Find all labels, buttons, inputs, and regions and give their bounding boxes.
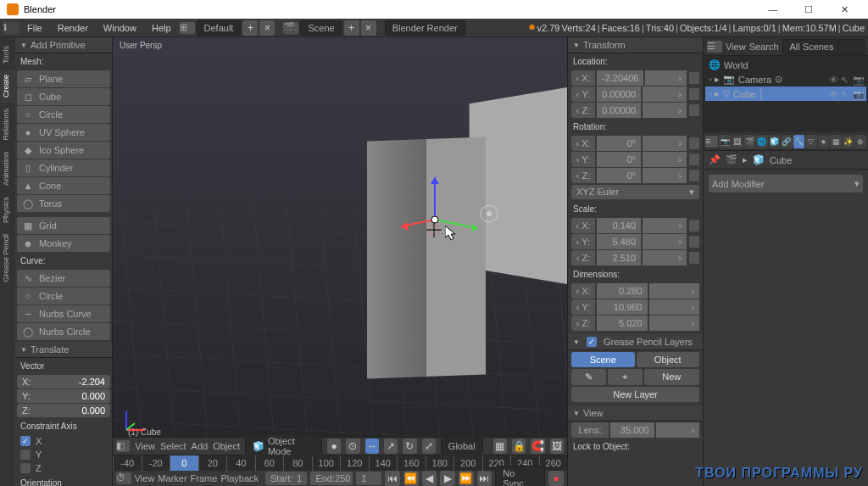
tl-menu-marker[interactable]: Marker — [158, 473, 186, 483]
gp-newlayer-button[interactable]: New Layer — [571, 387, 699, 402]
outliner-cube[interactable]: ◦ ▸▽Cube│👁↖📷 — [705, 87, 866, 101]
tab-grease-pencil[interactable]: Grease Pencil — [0, 229, 15, 288]
primitive-circle[interactable]: ○Circle — [17, 106, 110, 123]
tl-menu-frame[interactable]: Frame — [191, 473, 218, 483]
primitive-torus[interactable]: ◯Torus — [17, 195, 110, 212]
info-editor-icon[interactable]: ℹ — [3, 22, 19, 34]
curve-nurbs[interactable]: ∼Nurbs Curve — [17, 305, 110, 322]
menu-file[interactable]: File — [20, 21, 49, 35]
primitive-monkey[interactable]: ☻Monkey — [17, 235, 110, 252]
tab-particles-icon[interactable]: ✨ — [843, 135, 854, 148]
tab-modifiers-icon[interactable]: 🔧 — [793, 135, 805, 148]
layout-add-button[interactable]: + — [242, 20, 258, 36]
tab-data-icon[interactable]: ▽ — [805, 135, 817, 148]
lock-icon[interactable] — [689, 236, 699, 248]
manipulator-scale-icon[interactable]: ⤢ — [422, 439, 436, 454]
translate-z[interactable]: Z:0.000 — [17, 404, 110, 417]
tl-menu-playback[interactable]: Playback — [220, 473, 259, 483]
jump-end-icon[interactable]: ⏭ — [477, 471, 492, 486]
scene-remove-button[interactable]: × — [361, 20, 376, 36]
snap-icon[interactable]: 🧲 — [531, 439, 544, 454]
play-reverse-icon[interactable]: ◀ — [422, 471, 437, 486]
outliner-world[interactable]: 🌐World — [705, 58, 866, 72]
keyframe-prev-icon[interactable]: ⏪ — [403, 471, 419, 486]
cursor-icon[interactable]: ↖ — [841, 89, 851, 99]
tab-object-icon[interactable]: 🧊 — [769, 135, 781, 148]
keyframe-next-icon[interactable]: ⏩ — [459, 471, 474, 486]
layers-button[interactable]: ▦ — [493, 439, 507, 454]
lock-camera-icon[interactable]: 🔒 — [512, 439, 526, 454]
curve-nurbs-circle[interactable]: ◯Nurbs Circle — [17, 323, 110, 340]
dim-x[interactable]: ‹ X:0.280› — [571, 283, 699, 299]
gp-object-button[interactable]: Object — [637, 352, 700, 367]
scene-add-button[interactable]: + — [344, 20, 359, 36]
rotation-mode[interactable]: XYZ Euler▾ — [571, 185, 699, 199]
scl-x[interactable]: ‹ X:0.140› — [571, 218, 699, 233]
tab-tools[interactable]: Tools — [0, 41, 15, 69]
tab-animation[interactable]: Animation — [0, 147, 15, 191]
scl-z[interactable]: ‹ Z:2.510› — [571, 250, 699, 265]
primitive-plane[interactable]: ▱Plane — [17, 70, 110, 87]
dim-y[interactable]: ‹ Y:10.960› — [571, 299, 699, 315]
lock-icon[interactable] — [689, 170, 699, 182]
gpencil-header[interactable]: ▼✓Grease Pencil Layers — [568, 334, 703, 350]
tab-physics-icon[interactable]: ⊕ — [854, 135, 866, 148]
lock-icon[interactable] — [689, 137, 699, 149]
menu-render[interactable]: Render — [51, 21, 95, 35]
primitive-grid[interactable]: ▦Grid — [17, 217, 110, 234]
frame-start[interactable]: Start:1 — [265, 472, 307, 485]
outliner-view[interactable]: View — [726, 42, 746, 52]
properties-editor-icon[interactable]: ≡ — [705, 136, 718, 148]
maximize-button[interactable]: ☐ — [792, 0, 826, 19]
lock-icon[interactable] — [689, 154, 699, 165]
render-preview-icon[interactable]: 🖼 — [550, 439, 564, 454]
pin-icon[interactable]: 📌 — [709, 154, 721, 165]
screen-layout-icon[interactable]: ⊞ — [180, 22, 195, 34]
tab-render-icon[interactable]: 📷 — [719, 135, 731, 148]
timeline-editor-icon[interactable]: ⏱ — [116, 472, 131, 484]
dim-z[interactable]: ‹ Z:5.020› — [571, 316, 699, 331]
manipulator-translate-icon[interactable]: ↗ — [384, 439, 398, 454]
render-icon[interactable]: 📷 — [853, 89, 863, 99]
lock-icon[interactable] — [689, 104, 699, 116]
tab-world-icon[interactable]: 🌐 — [756, 135, 768, 148]
tab-physics[interactable]: Physics — [0, 192, 15, 228]
outliner-filter[interactable]: All Scenes — [782, 39, 865, 54]
rot-y[interactable]: ‹ Y:0°› — [571, 152, 699, 167]
vp-menu-select[interactable]: Select — [160, 441, 186, 451]
constraint-y[interactable]: Y — [15, 448, 112, 461]
orientation-selector[interactable]: Global — [441, 439, 483, 454]
close-button[interactable]: ✕ — [827, 0, 861, 19]
primitive-icosphere[interactable]: ◆Ico Sphere — [17, 142, 110, 159]
autokey-icon[interactable]: ● — [548, 471, 564, 486]
tab-create[interactable]: Create — [0, 70, 15, 103]
gp-new-button[interactable]: New — [644, 369, 700, 385]
constraint-z[interactable]: Z — [15, 461, 112, 475]
loc-z[interactable]: ‹ Z:0.00000› — [571, 103, 699, 118]
eye-icon[interactable]: 👁 — [829, 89, 839, 99]
eye-icon[interactable]: 👁 — [829, 75, 839, 85]
outliner-search[interactable]: Search — [749, 42, 779, 52]
vp-menu-view[interactable]: View — [135, 441, 155, 451]
render-icon[interactable]: 📷 — [853, 75, 863, 85]
translate-y[interactable]: Y:0.000 — [17, 389, 110, 403]
curve-circle[interactable]: ○Circle — [17, 288, 110, 304]
lock-icon[interactable] — [689, 220, 699, 232]
cursor-icon[interactable]: ↖ — [841, 75, 851, 85]
pivot-button[interactable]: ⊙ — [346, 439, 359, 454]
loc-y[interactable]: ‹ Y:0.00000› — [571, 87, 699, 102]
tab-material-icon[interactable]: ● — [818, 135, 830, 148]
tab-constraints-icon[interactable]: 🔗 — [781, 135, 793, 148]
scene-selector[interactable]: Scene — [300, 20, 342, 36]
manipulator-button[interactable]: ↔ — [365, 439, 379, 454]
vp-menu-object[interactable]: Object — [213, 441, 240, 451]
menu-help[interactable]: Help — [145, 21, 178, 35]
tab-scene-icon[interactable]: 🎬 — [743, 135, 755, 148]
lock-icon[interactable] — [689, 252, 699, 264]
menu-window[interactable]: Window — [97, 21, 143, 35]
view-panel-header[interactable]: ▼View — [568, 405, 703, 422]
gp-add-icon[interactable]: + — [608, 369, 643, 385]
lock-icon[interactable] — [689, 72, 699, 84]
constraint-x[interactable]: ✓X — [15, 434, 112, 448]
transform-panel-header[interactable]: ▼Transform — [568, 37, 703, 53]
